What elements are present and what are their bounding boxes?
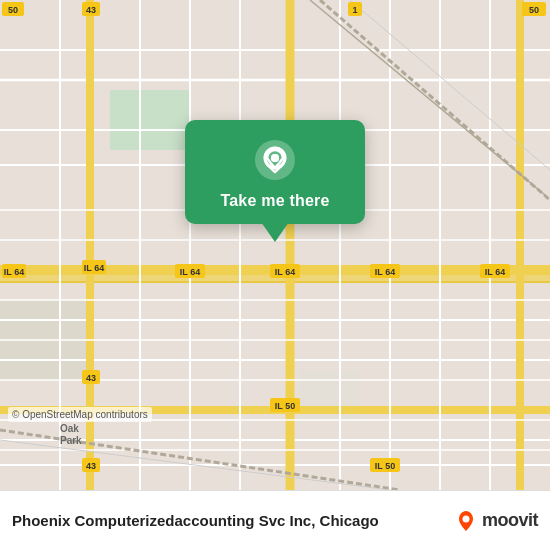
svg-text:IL 64: IL 64 [485, 267, 505, 277]
moovit-logo: moovit [454, 509, 538, 533]
place-name: Phoenix Computerizedaccounting Svc Inc, … [12, 512, 444, 529]
map-copyright: © OpenStreetMap contributors [8, 407, 152, 422]
moovit-pin-icon [454, 509, 478, 533]
take-me-there-button[interactable]: Take me there [220, 192, 329, 210]
map-container: 50 43 50 1 IL 64 IL 64 IL 64 IL 64 IL 64… [0, 0, 550, 490]
svg-text:IL 64: IL 64 [375, 267, 395, 277]
map-pin-icon [253, 138, 297, 182]
svg-text:43: 43 [86, 5, 96, 15]
svg-rect-1 [110, 90, 190, 150]
bottom-bar: Phoenix Computerizedaccounting Svc Inc, … [0, 490, 550, 550]
svg-point-72 [271, 154, 279, 162]
svg-text:Park: Park [60, 435, 82, 446]
svg-text:43: 43 [86, 461, 96, 471]
moovit-text: moovit [482, 510, 538, 531]
svg-text:50: 50 [529, 5, 539, 15]
svg-text:IL 50: IL 50 [375, 461, 395, 471]
svg-text:IL 64: IL 64 [180, 267, 200, 277]
svg-point-73 [462, 515, 469, 522]
svg-text:IL 50: IL 50 [275, 401, 295, 411]
svg-text:43: 43 [86, 373, 96, 383]
svg-text:1: 1 [352, 5, 357, 15]
svg-text:50: 50 [8, 5, 18, 15]
svg-text:IL 64: IL 64 [84, 263, 104, 273]
svg-text:IL 64: IL 64 [4, 267, 24, 277]
svg-text:Oak: Oak [60, 423, 79, 434]
svg-text:IL 64: IL 64 [275, 267, 295, 277]
popup-card[interactable]: Take me there [185, 120, 365, 224]
